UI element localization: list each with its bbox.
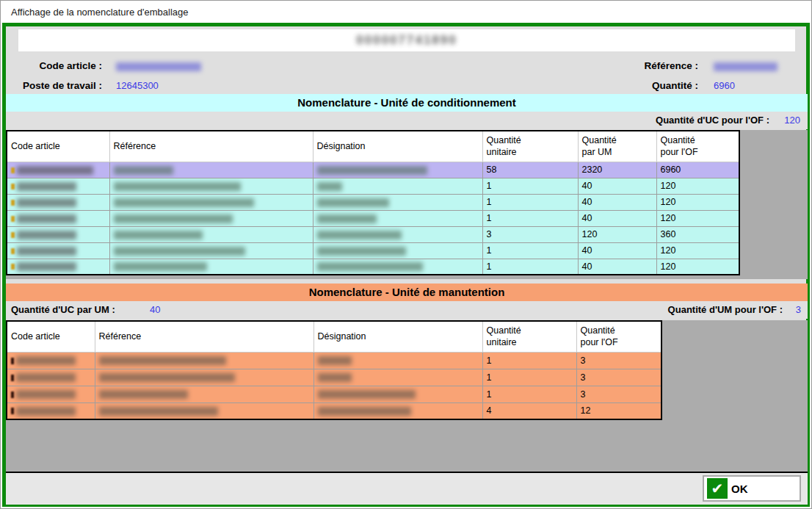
uc-table-row[interactable]: ██████████████ █████████████████████ ███…: [7, 226, 739, 242]
footer: ✔ OK: [6, 473, 808, 505]
um-table-header-row: Code article Référence Désignation Quant…: [7, 321, 661, 352]
poste-de-travail-label: Poste de travail :: [6, 80, 102, 91]
ok-button-label: OK: [731, 483, 748, 495]
row-bullet-icon: [11, 167, 15, 173]
row-bullet-icon: [11, 375, 14, 381]
um-table: Code article Référence Désignation Quant…: [6, 320, 662, 420]
um-for-of-label: Quantité d'UM pour l'OF :: [668, 304, 783, 315]
uc-table-row[interactable]: ██████████████ █████████████████████████…: [7, 242, 739, 259]
uc-section-banner: Nomenclature - Unité de conditionnement: [6, 94, 808, 112]
um-col-quantite-unitaire[interactable]: Quantitéunitaire: [482, 321, 576, 352]
um-table-row[interactable]: ██████████████ █████████████████████ ███…: [7, 386, 661, 402]
um-col-code-article[interactable]: Code article: [7, 321, 95, 352]
reference-label: Référence :: [551, 60, 698, 71]
uc-table-row[interactable]: ██████████████ ██████████████████████ ██…: [7, 259, 739, 275]
quantite-label: Quantité :: [551, 80, 698, 91]
of-number-box: 000007741890: [18, 29, 795, 51]
uc-table-header-row: Code article Référence Désignation Quant…: [7, 131, 739, 162]
um-for-of-value: 3: [788, 304, 801, 315]
uc-col-quantite-par-um[interactable]: Quantitépar UM: [578, 131, 656, 162]
row-bullet-icon: [11, 391, 14, 398]
uc-strip: Quantité d'UC pour l'OF : 120: [6, 112, 808, 129]
row-bullet-icon: [11, 408, 14, 414]
row-bullet-icon: [11, 216, 15, 222]
window: Affichage de la nomenclature d'emballage…: [0, 0, 812, 509]
um-col-reference[interactable]: Référence: [95, 321, 313, 352]
uc-for-of-label: Quantité d'UC pour l'OF :: [656, 115, 769, 126]
code-article-value: ████████████████████: [116, 60, 263, 71]
row-bullet-icon: [11, 358, 14, 364]
uc-table: Code article Référence Désignation Quant…: [6, 130, 740, 275]
um-strip: Quantité d'UC par UM : 40 Quantité d'UM …: [6, 301, 808, 319]
uc-table-wrap: Code article Référence Désignation Quant…: [6, 130, 740, 275]
uc-col-quantite-unitaire[interactable]: Quantitéunitaire: [482, 131, 578, 162]
uc-per-um-label: Quantité d'UC par UM :: [11, 304, 115, 315]
row-bullet-icon: [11, 184, 15, 189]
window-title: Affichage de la nomenclature d'emballage: [11, 7, 188, 18]
uc-col-code-article[interactable]: Code article: [7, 131, 109, 162]
of-number: 000007741890: [356, 33, 457, 48]
ok-button[interactable]: ✔ OK: [703, 475, 801, 502]
um-col-designation[interactable]: Désignation: [313, 321, 482, 352]
um-table-row[interactable]: ██████████████ █████████████████████████…: [7, 402, 661, 419]
row-bullet-icon: [11, 264, 15, 270]
uc-table-row[interactable]: ██████████████ █████████████████████████…: [7, 194, 739, 210]
uc-table-row[interactable]: ██████████████ █████████████████████████…: [7, 210, 739, 226]
row-bullet-icon: [11, 200, 15, 206]
uc-col-quantite-pour-of[interactable]: Quantitépour l'OF: [656, 131, 739, 162]
uc-table-row[interactable]: ██████████████████ ██████████████ ██████…: [7, 162, 739, 178]
uc-per-um-value: 40: [150, 304, 160, 315]
row-bullet-icon: [11, 248, 15, 254]
content-frame: 000007741890 Code article : ████████████…: [2, 23, 810, 507]
uc-table-row[interactable]: ██████████████ █████████████████████████…: [7, 178, 739, 194]
window-titlebar[interactable]: Affichage de la nomenclature d'emballage: [1, 1, 811, 23]
uc-col-reference[interactable]: Référence: [109, 131, 313, 162]
um-section-banner: Nomenclature - Unité de manutention: [6, 284, 808, 301]
um-col-quantite-pour-of[interactable]: Quantitépour l'OF: [576, 321, 661, 352]
code-article-label: Code article :: [6, 60, 102, 71]
um-table-row[interactable]: ██████████████ █████████████████████████…: [7, 352, 661, 369]
uc-for-of-value: 120: [772, 115, 800, 126]
poste-de-travail-value: 12645300: [116, 80, 159, 91]
quantite-value: 6960: [714, 80, 735, 91]
um-table-wrap: Code article Référence Désignation Quant…: [6, 320, 662, 420]
check-icon: ✔: [707, 478, 728, 499]
um-table-row[interactable]: ██████████████ █████████████████████████…: [7, 369, 661, 386]
reference-value: ███████████████: [714, 60, 806, 71]
row-bullet-icon: [11, 232, 15, 238]
uc-col-designation[interactable]: Désignation: [313, 131, 482, 162]
